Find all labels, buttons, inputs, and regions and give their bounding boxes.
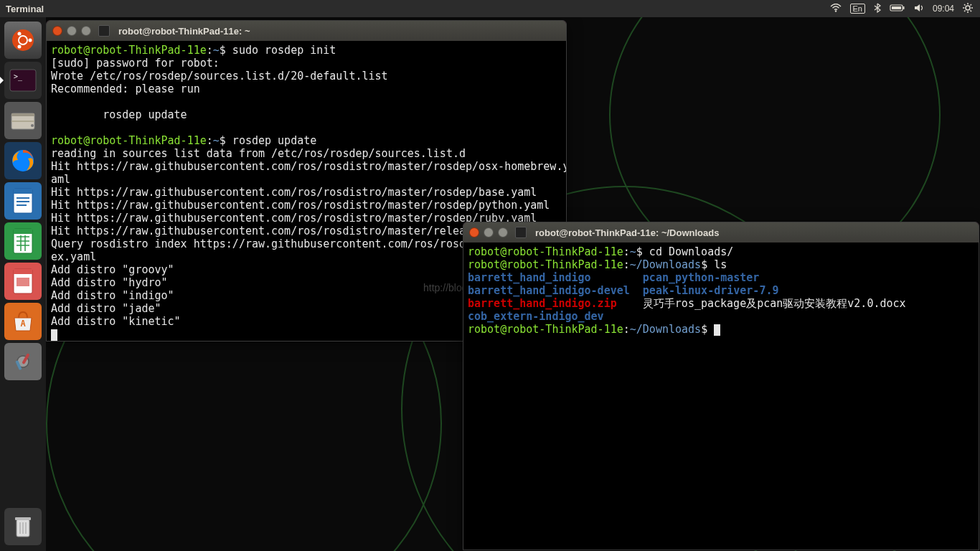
svg-line-13 xyxy=(964,4,966,6)
svg-text:>_: >_ xyxy=(14,72,23,81)
terminal2-title: robot@robot-ThinkPad-11e: ~/Downloads xyxy=(535,227,719,238)
svg-point-21 xyxy=(18,45,22,49)
terminal2-body[interactable]: robot@robot-ThinkPad-11e:~$ cd Downloads… xyxy=(463,242,979,550)
terminal1-titlebar[interactable]: robot@robot-ThinkPad-11e: ~ xyxy=(47,21,566,41)
svg-text:A: A xyxy=(20,319,26,329)
minimize-icon[interactable] xyxy=(484,227,494,237)
terminal-window-2[interactable]: robot@robot-ThinkPad-11e: ~/Downloads ro… xyxy=(463,222,979,550)
svg-line-16 xyxy=(971,4,972,6)
maximize-icon[interactable] xyxy=(498,227,508,237)
gear-icon[interactable] xyxy=(963,3,973,15)
active-app-title: Terminal xyxy=(6,4,44,14)
launcher-software[interactable]: A xyxy=(4,303,42,340)
terminal-icon xyxy=(98,25,110,37)
terminal1-title: robot@robot-ThinkPad-11e: ~ xyxy=(118,26,250,37)
language-indicator[interactable]: En xyxy=(850,4,865,14)
svg-point-27 xyxy=(31,124,34,127)
svg-line-15 xyxy=(964,10,966,11)
wifi-icon[interactable] xyxy=(830,4,842,14)
launcher-files[interactable] xyxy=(4,102,42,139)
svg-rect-30 xyxy=(14,189,32,194)
system-indicators[interactable]: En 09:04 xyxy=(830,3,981,15)
svg-rect-42 xyxy=(14,269,32,274)
svg-rect-7 xyxy=(892,6,901,9)
svg-rect-25 xyxy=(11,113,34,116)
close-icon[interactable] xyxy=(52,26,62,36)
svg-point-4 xyxy=(834,10,836,11)
launcher-terminal[interactable]: >_ xyxy=(4,62,42,99)
top-menu-bar: Terminal En 09:04 xyxy=(0,0,980,17)
launcher-firefox[interactable] xyxy=(4,142,42,179)
bluetooth-icon[interactable] xyxy=(874,3,881,15)
launcher-writer[interactable] xyxy=(4,182,42,220)
svg-line-14 xyxy=(971,10,972,11)
terminal2-titlebar[interactable]: robot@robot-ThinkPad-11e: ~/Downloads xyxy=(463,222,979,242)
svg-rect-26 xyxy=(11,121,34,122)
launcher-settings[interactable] xyxy=(4,343,42,380)
close-icon[interactable] xyxy=(469,227,479,237)
svg-rect-49 xyxy=(15,517,31,520)
launcher-impress[interactable] xyxy=(4,263,42,300)
minimize-icon[interactable] xyxy=(67,26,77,36)
sound-icon[interactable] xyxy=(914,4,924,14)
svg-point-20 xyxy=(18,32,22,36)
svg-rect-43 xyxy=(17,278,29,286)
launcher-trash[interactable] xyxy=(4,508,42,545)
launcher-dash[interactable] xyxy=(4,22,42,59)
launcher-calc[interactable] xyxy=(4,222,42,260)
unity-launcher: >_ A xyxy=(0,17,46,551)
maximize-icon[interactable] xyxy=(81,26,91,36)
terminal-icon xyxy=(515,227,527,238)
svg-point-19 xyxy=(29,39,32,42)
clock[interactable]: 09:04 xyxy=(933,4,954,14)
svg-point-8 xyxy=(966,6,970,10)
svg-rect-6 xyxy=(903,6,904,9)
svg-rect-35 xyxy=(14,229,32,234)
battery-icon[interactable] xyxy=(890,4,905,14)
